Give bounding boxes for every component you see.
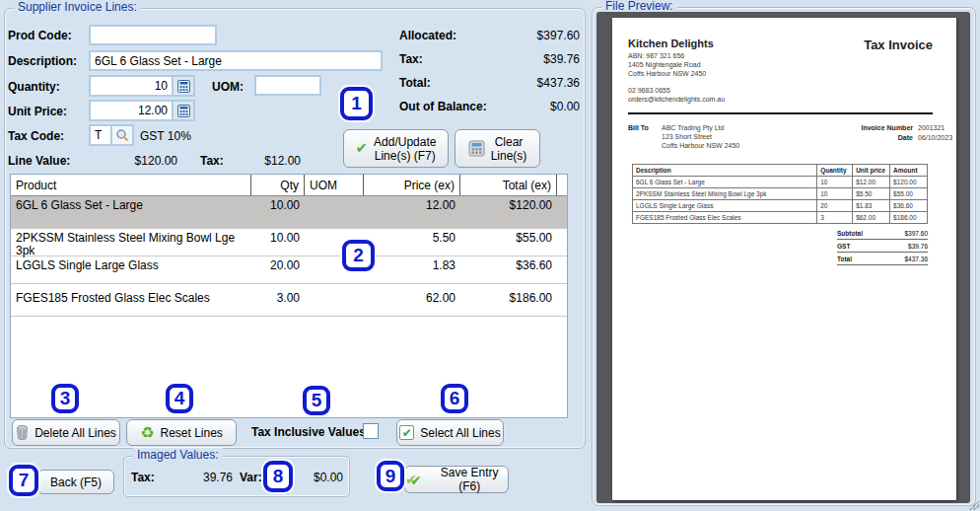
invoice-table-header: Description Quantity Unit price Amount	[633, 165, 928, 177]
total-label: Total:	[399, 76, 431, 90]
uom-input[interactable]	[254, 75, 321, 96]
annotation-badge-1: 1	[340, 87, 373, 120]
annotation-badge-8: 8	[263, 461, 293, 492]
recycle-icon: ♻	[140, 425, 154, 441]
tax-code-lookup-button[interactable]	[110, 126, 132, 144]
total-value: $437.36	[493, 76, 580, 90]
add-update-lines-button[interactable]: ✔ Add/Update Line(s) (F7)	[343, 129, 449, 168]
trash-icon	[16, 425, 29, 440]
supplier-invoice-lines-title: Supplier Invoice Lines:	[14, 0, 141, 14]
invoice-address-line1: 1405 Nightengale Road	[628, 61, 701, 69]
annotation-badge-4: 4	[166, 384, 193, 413]
annotation-badge-6: 6	[441, 384, 468, 413]
tax-inclusive-label: Tax Inclusive Values:	[251, 425, 370, 439]
calculator-icon	[177, 105, 190, 117]
magnifier-icon	[115, 128, 129, 142]
column-header-total[interactable]: Total (ex)	[460, 175, 557, 195]
bill-to-city: Coffs Harbour NSW 2450	[662, 142, 739, 150]
double-check-icon: ✔✔	[405, 472, 425, 487]
calculator-icon	[468, 140, 485, 157]
invoice-subtotal-row: Subtotal$397.60	[837, 227, 928, 240]
line-tax-value: $12.00	[242, 154, 301, 168]
invoice-table-row: FGES185 Frosted Glass Elec Scales3 $62.0…	[633, 212, 928, 224]
bill-to-name: ABC Trading Pty Ltd	[662, 124, 724, 132]
imaged-values-title: Imaged Values:	[133, 448, 223, 462]
invoice-gst-row: GST$39.76	[837, 240, 928, 253]
back-button[interactable]: Back (F5)	[37, 470, 114, 494]
imaged-tax-value: 39.76	[178, 471, 233, 484]
allocated-label: Allocated:	[399, 29, 456, 42]
line-value: $120.00	[108, 154, 177, 168]
invoice-date-value: 06/10/2023	[918, 134, 952, 142]
invoice-doc-title: Tax Invoice	[864, 38, 933, 52]
prod-code-input[interactable]	[89, 25, 217, 45]
line-value-label: Line Value:	[8, 154, 70, 168]
allocated-value: $397.60	[493, 29, 580, 42]
clear-lines-button[interactable]: Clear Line(s)	[455, 129, 540, 168]
column-header-uom[interactable]: UOM	[305, 175, 364, 195]
unit-price-input[interactable]: 12.00	[89, 100, 195, 121]
invoice-table-row: LGGLS Single Large Glass20 $1.83$36.60	[633, 200, 928, 212]
uom-label: UOM:	[212, 80, 244, 94]
invoice-address-line2: Coffs Harbour NSW 2450	[628, 70, 706, 78]
invoice-email: orders@kitchendelights.com.au	[628, 96, 725, 104]
invoice-total-row: Total$437.36	[837, 253, 928, 265]
imaged-var-label: Var:	[240, 471, 262, 484]
select-all-lines-button[interactable]: ✔ Select All Lines	[396, 419, 504, 446]
tax-label: Tax:	[399, 52, 423, 66]
invoice-lines-table: Product Qty UOM Price (ex) Total (ex) 6G…	[10, 174, 568, 418]
prod-code-label: Prod Code:	[8, 29, 72, 42]
bill-to-label: Bill To	[628, 124, 649, 132]
save-entry-button[interactable]: ✔✔ Save Entry (F6)	[404, 466, 509, 493]
description-input[interactable]: 6GL 6 Glass Set - Large	[89, 50, 383, 71]
reset-lines-button[interactable]: ♻ Reset Lines	[126, 419, 237, 446]
annotation-badge-9: 9	[377, 461, 404, 491]
delete-all-lines-button[interactable]: Delete All Lines	[12, 419, 120, 446]
invoice-table-row: 2PKSSM Stainless Steel Mixing Bowl Lge 3…	[633, 188, 928, 200]
imaged-var-value: $0.00	[302, 471, 343, 484]
invoice-number-label: Invoice Number	[835, 124, 913, 132]
invoice-phone: 02 9683 0655	[628, 87, 670, 95]
tax-code-input[interactable]: T	[89, 124, 134, 146]
out-of-balance-label: Out of Balance:	[399, 100, 487, 113]
preview-viewport[interactable]: Kitchen Delights ABN: 987 321 656 1405 N…	[596, 12, 970, 503]
tax-code-description: GST 10%	[140, 129, 191, 143]
column-header-price[interactable]: Price (ex)	[364, 175, 460, 195]
quantity-calculator-button[interactable]	[172, 77, 193, 95]
annotation-badge-3: 3	[51, 384, 79, 413]
invoice-company-name: Kitchen Delights	[628, 37, 714, 49]
table-row[interactable]: FGES185 Frosted Glass Elec Scales 3.00 6…	[11, 284, 567, 317]
annotation-badge-5: 5	[303, 386, 330, 415]
table-row[interactable]: 2PKSSM Stainless Steel Mixing Bowl Lge 3…	[11, 229, 567, 256]
table-header-row: Product Qty UOM Price (ex) Total (ex)	[11, 175, 567, 196]
quantity-input[interactable]: 10	[89, 75, 195, 97]
invoice-page: Kitchen Delights ABN: 987 321 656 1405 N…	[612, 18, 956, 500]
column-header-qty[interactable]: Qty	[251, 175, 305, 195]
check-icon: ✔	[356, 141, 369, 156]
checked-checkbox-icon: ✔	[399, 425, 414, 440]
invoice-divider	[628, 112, 933, 114]
annotation-badge-7: 7	[9, 465, 38, 496]
invoice-number-value: 2001321	[918, 124, 945, 132]
annotation-badge-2: 2	[342, 240, 375, 271]
imaged-values-group: Imaged Values: Tax: 39.76 Var: $0.00	[123, 456, 350, 497]
invoice-abn: ABN: 987 321 656	[628, 52, 684, 60]
description-label: Description:	[8, 54, 77, 68]
calculator-icon	[177, 80, 190, 93]
column-header-product[interactable]: Product	[11, 175, 251, 195]
window-resize-grip[interactable]	[969, 500, 979, 510]
tax-code-label: Tax Code:	[8, 129, 64, 143]
table-row[interactable]: LGGLS Single Large Glass 20.00 1.83 $36.…	[11, 256, 567, 284]
table-row[interactable]: 6GL 6 Glass Set - Large 10.00 12.00 $120…	[11, 196, 567, 229]
unit-price-calculator-button[interactable]	[172, 102, 193, 119]
bill-to-street: 123 Short Street	[662, 133, 712, 141]
line-tax-label: Tax:	[200, 154, 224, 168]
invoice-table-row: 6GL 6 Glass Set - Large10 $12.00$120.00	[633, 177, 928, 188]
tax-inclusive-checkbox[interactable]	[363, 423, 379, 439]
invoice-preview-table: Description Quantity Unit price Amount 6…	[632, 164, 928, 224]
quantity-label: Quantity:	[8, 80, 60, 94]
tax-value: $39.76	[493, 52, 580, 66]
unit-price-label: Unit Price:	[8, 105, 67, 118]
imaged-tax-label: Tax:	[131, 471, 155, 484]
out-of-balance-value: $0.00	[493, 100, 580, 113]
